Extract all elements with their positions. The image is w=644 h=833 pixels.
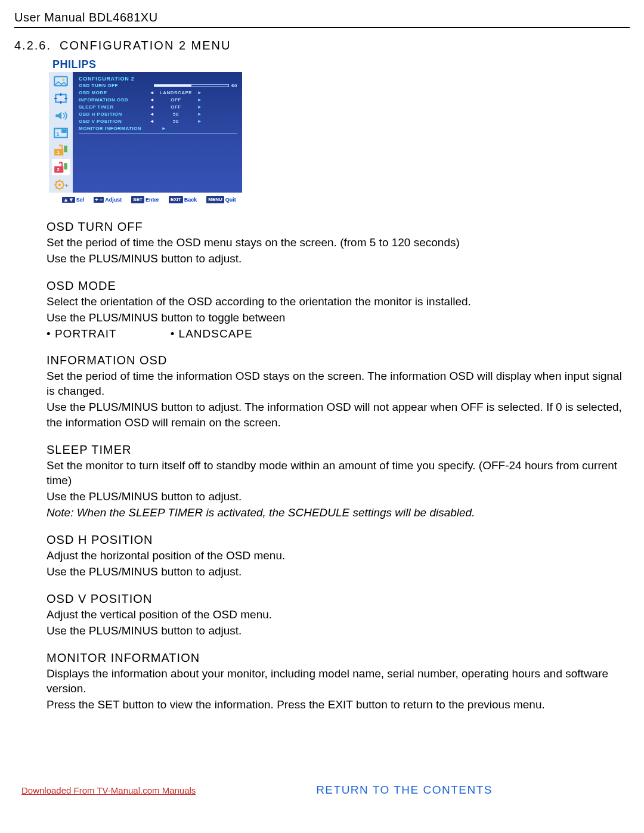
manual-header: User Manual BDL4681XU bbox=[14, 11, 630, 28]
sect-osd-turn-off: OSD TURN OFF Set the period of time the … bbox=[14, 220, 630, 266]
sect-heading: OSD TURN OFF bbox=[47, 220, 623, 234]
picture-icon bbox=[52, 73, 70, 89]
sect-information-osd: INFORMATION OSD Set the period of time t… bbox=[14, 354, 630, 429]
legend-enter: Enter bbox=[145, 197, 159, 203]
osd-sidebar: 1 1 2 + bbox=[49, 72, 73, 193]
osd-item-turnoff: OSD TURN OFF 60 bbox=[79, 82, 237, 89]
pip-icon: 1 bbox=[52, 125, 70, 141]
osd-item-label: OSD H POSITION bbox=[79, 112, 149, 117]
sect-para: Set the period of time the information O… bbox=[47, 368, 623, 398]
sect-para: Adjust the horizontal position of the OS… bbox=[47, 548, 623, 563]
osd-item-hpos: OSD H POSITION ◄ 50 ► bbox=[79, 110, 237, 117]
right-arrow-icon: ► bbox=[197, 119, 203, 124]
svg-text:2: 2 bbox=[57, 167, 60, 172]
osd-item-label: MONITOR INFORMATION bbox=[79, 126, 161, 131]
right-arrow-icon: ► bbox=[197, 90, 203, 95]
osd-item-label: OSD TURN OFF bbox=[79, 83, 149, 88]
sect-para: Set the monitor to turn itself off to st… bbox=[47, 458, 623, 488]
osd-title: CONFIGURATION 2 bbox=[79, 76, 237, 82]
sect-osd-mode: OSD MODE Select the orientation of the O… bbox=[14, 279, 630, 340]
svg-text:+: + bbox=[65, 182, 69, 189]
right-arrow-icon: ► bbox=[197, 112, 203, 117]
osd-item-value: OFF bbox=[155, 104, 197, 110]
left-arrow-icon: ◄ bbox=[149, 119, 155, 124]
osd-item-label: INFORMATION OSD bbox=[79, 97, 149, 103]
sect-heading: INFORMATION OSD bbox=[47, 354, 623, 367]
config1-icon: 1 bbox=[52, 142, 70, 158]
advanced-icon: + bbox=[52, 176, 70, 193]
sect-heading: OSD H POSITION bbox=[47, 533, 623, 547]
right-arrow-icon: ► bbox=[161, 126, 167, 131]
section-number: 4.2.6. bbox=[14, 39, 51, 52]
sect-para: Set the period of time the OSD menu stay… bbox=[47, 235, 623, 250]
osd-item-moninfo: MONITOR INFORMATION ► bbox=[79, 125, 237, 132]
sect-osd-v-position: OSD V POSITION Adjust the vertical posit… bbox=[14, 592, 630, 638]
osd-item-value: OFF bbox=[155, 97, 197, 103]
set-key-icon: SET bbox=[131, 196, 144, 203]
sect-para: Use the PLUS/MINUS button to adjust. bbox=[47, 489, 623, 504]
exit-key-icon: EXIT bbox=[169, 196, 183, 203]
svg-point-13 bbox=[58, 183, 61, 185]
bullet-portrait: • PORTRAIT bbox=[47, 327, 117, 340]
sect-note: Note: When the SLEEP TIMER is activated,… bbox=[47, 505, 623, 520]
sect-para: Displays the information about your moni… bbox=[47, 666, 623, 696]
osd-item-value: LANDSCAPE bbox=[155, 90, 197, 95]
osd-item-value: 50 bbox=[155, 112, 197, 117]
osd-slider-value: 60 bbox=[231, 83, 237, 88]
svg-rect-7 bbox=[64, 145, 67, 152]
left-arrow-icon: ◄ bbox=[149, 104, 155, 110]
section-title: CONFIGURATION 2 MENU bbox=[60, 39, 231, 52]
audio-icon bbox=[52, 108, 70, 124]
sect-heading: OSD MODE bbox=[47, 279, 623, 293]
right-arrow-icon: ► bbox=[197, 97, 203, 103]
osd-slider-fill bbox=[154, 85, 191, 86]
sect-para: Adjust the vertical position of the OSD … bbox=[47, 607, 623, 622]
sect-para: Use the PLUS/MINUS button to adjust. bbox=[47, 623, 623, 638]
right-arrow-icon: ► bbox=[197, 104, 203, 110]
osd-item-label: OSD MODE bbox=[79, 90, 149, 95]
svg-rect-4 bbox=[61, 129, 67, 134]
osd-item-label: SLEEP TIMER bbox=[79, 104, 149, 110]
osd-item-info: INFORMATION OSD ◄ OFF ► bbox=[79, 96, 237, 103]
svg-point-1 bbox=[62, 79, 64, 81]
sect-para: Select the orientation of the OSD accord… bbox=[47, 294, 623, 309]
osd-screenshot: PHILIPS 1 1 2 + CONFIGURATION 2 OSD TURN… bbox=[14, 58, 630, 203]
legend-back: Back bbox=[184, 197, 197, 203]
legend-adjust: Adjust bbox=[105, 197, 122, 203]
sect-para: Use the PLUS/MINUS button to adjust. bbox=[47, 564, 623, 579]
left-arrow-icon: ◄ bbox=[149, 90, 155, 95]
bullet-landscape: • LANDSCAPE bbox=[171, 327, 253, 340]
plusminus-key-icon: + − bbox=[94, 197, 104, 203]
config2-icon: 2 bbox=[52, 159, 70, 175]
sect-para: Use the PLUS/MINUS button to adjust. The… bbox=[47, 400, 623, 429]
osd-slider-track bbox=[154, 84, 229, 87]
sect-heading: MONITOR INFORMATION bbox=[47, 651, 623, 665]
osd-menu: 1 1 2 + CONFIGURATION 2 OSD TURN OFF 60 … bbox=[49, 72, 242, 193]
philips-logo: PHILIPS bbox=[52, 58, 623, 71]
osd-divider bbox=[79, 133, 237, 134]
menu-key-icon: MENU bbox=[206, 196, 224, 203]
osd-item-mode: OSD MODE ◄ LANDSCAPE ► bbox=[79, 89, 237, 96]
svg-text:1: 1 bbox=[56, 131, 59, 137]
svg-text:1: 1 bbox=[57, 150, 60, 155]
screen-icon bbox=[52, 91, 70, 107]
osd-item-value: 50 bbox=[155, 119, 197, 124]
sect-monitor-information: MONITOR INFORMATION Displays the informa… bbox=[14, 651, 630, 712]
osd-item-vpos: OSD V POSITION ◄ 50 ► bbox=[79, 117, 237, 125]
osd-item-label: OSD V POSITION bbox=[79, 119, 149, 124]
sect-para: Press the SET button to view the informa… bbox=[47, 697, 623, 712]
sect-osd-h-position: OSD H POSITION Adjust the horizontal pos… bbox=[14, 533, 630, 579]
osd-legend: ▲▼Sel + −Adjust SETEnter EXITBack MENUQu… bbox=[62, 196, 623, 203]
left-arrow-icon: ◄ bbox=[149, 112, 155, 117]
sect-heading: SLEEP TIMER bbox=[47, 443, 623, 457]
download-link[interactable]: Downloaded From TV-Manual.com Manuals bbox=[21, 785, 196, 795]
sect-heading: OSD V POSITION bbox=[47, 592, 623, 606]
sect-sleep-timer: SLEEP TIMER Set the monitor to turn itse… bbox=[14, 443, 630, 520]
osd-item-sleep: SLEEP TIMER ◄ OFF ► bbox=[79, 103, 237, 110]
legend-sel: Sel bbox=[76, 197, 85, 203]
svg-rect-10 bbox=[64, 163, 67, 169]
left-arrow-icon: ◄ bbox=[149, 97, 155, 103]
sect-para: Use the PLUS/MINUS button to toggle betw… bbox=[47, 310, 623, 325]
updown-key-icon: ▲▼ bbox=[62, 197, 75, 203]
return-to-contents-link[interactable]: RETURN TO THE CONTENTS bbox=[316, 784, 493, 797]
